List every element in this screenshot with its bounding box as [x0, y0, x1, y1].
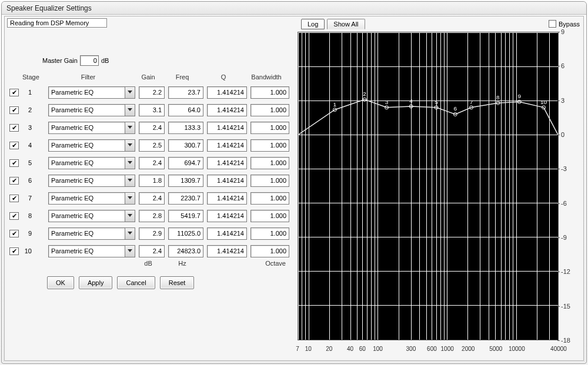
stage-number: 10 [22, 247, 32, 255]
stage-enable-checkbox[interactable]: ✔ [9, 89, 19, 96]
stage-row: ✔2Parametric EQ [7, 101, 290, 119]
eq-plot[interactable]: 12345678910 [298, 32, 559, 340]
gain-input[interactable] [139, 86, 165, 99]
stage-enable-checkbox[interactable]: ✔ [9, 212, 19, 220]
bandwidth-input[interactable] [250, 104, 289, 116]
reset-button[interactable]: Reset [160, 276, 195, 289]
stage-row: ✔9Parametric EQ [7, 225, 290, 242]
plot-toolbar: Log Show All Bypass [295, 16, 583, 29]
q-input[interactable] [207, 210, 247, 222]
bandwidth-input[interactable] [250, 122, 289, 134]
filter-value: Parametric EQ [49, 142, 125, 149]
svg-marker-1 [128, 108, 132, 111]
filter-select[interactable]: Parametric EQ [48, 86, 135, 99]
filter-value: Parametric EQ [49, 177, 125, 184]
stage-enable-checkbox[interactable]: ✔ [9, 159, 19, 167]
stage-enable-checkbox[interactable]: ✔ [9, 142, 19, 149]
tab-log[interactable]: Log [301, 19, 325, 29]
freq-input[interactable] [168, 192, 203, 205]
bandwidth-input[interactable] [250, 210, 289, 222]
gain-input[interactable] [139, 175, 165, 187]
filter-select[interactable]: Parametric EQ [48, 245, 135, 257]
bandwidth-input[interactable] [250, 157, 289, 169]
bandwidth-input[interactable] [250, 86, 289, 99]
stage-number: 4 [22, 142, 32, 149]
filter-select[interactable]: Parametric EQ [48, 139, 135, 152]
stage-enable-checkbox[interactable]: ✔ [9, 106, 19, 114]
q-input[interactable] [207, 104, 247, 116]
freq-input[interactable] [168, 157, 203, 169]
gain-input[interactable] [139, 227, 165, 240]
bandwidth-input[interactable] [250, 227, 289, 240]
filter-select[interactable]: Parametric EQ [48, 192, 135, 205]
cancel-button[interactable]: Cancel [117, 276, 155, 289]
x-tick-label: 2000 [462, 346, 475, 352]
unit-bw: Octave [247, 260, 286, 270]
filter-value: Parametric EQ [49, 124, 125, 131]
svg-marker-7 [128, 214, 132, 217]
freq-input[interactable] [168, 139, 203, 152]
filter-value: Parametric EQ [49, 247, 125, 255]
filter-value: Parametric EQ [49, 159, 125, 166]
freq-input[interactable] [168, 122, 203, 134]
freq-input[interactable] [168, 227, 203, 240]
freq-input[interactable] [168, 210, 203, 222]
filter-select[interactable]: Parametric EQ [48, 104, 135, 116]
freq-input[interactable] [168, 175, 203, 187]
y-tick-label: 3 [561, 97, 564, 104]
gain-input[interactable] [139, 192, 165, 205]
svg-text:10: 10 [540, 99, 547, 105]
freq-input[interactable] [168, 245, 203, 257]
q-input[interactable] [207, 122, 247, 134]
gain-input[interactable] [139, 122, 165, 134]
freq-input[interactable] [168, 86, 203, 99]
filter-select[interactable]: Parametric EQ [48, 227, 135, 240]
q-input[interactable] [207, 175, 247, 187]
bypass-checkbox[interactable] [549, 20, 556, 28]
q-input[interactable] [207, 192, 247, 205]
q-input[interactable] [207, 139, 247, 152]
tab-show-all[interactable]: Show All [327, 19, 365, 29]
bandwidth-input[interactable] [250, 192, 289, 205]
filter-select[interactable]: Parametric EQ [48, 157, 135, 169]
master-gain-input[interactable] [80, 55, 99, 66]
stage-enable-checkbox[interactable]: ✔ [9, 230, 19, 237]
gain-input[interactable] [139, 245, 165, 257]
chevron-down-icon [125, 246, 135, 257]
stage-enable-checkbox[interactable]: ✔ [9, 195, 19, 202]
chevron-down-icon [125, 175, 135, 186]
status-text: Reading from DSP Memory [7, 18, 107, 28]
bandwidth-input[interactable] [250, 175, 289, 187]
stage-row: ✔4Parametric EQ [7, 136, 290, 154]
svg-marker-2 [128, 126, 132, 129]
gain-input[interactable] [139, 139, 165, 152]
stage-enable-checkbox[interactable]: ✔ [9, 247, 19, 255]
stage-number: 1 [22, 89, 32, 96]
freq-input[interactable] [168, 104, 203, 116]
q-input[interactable] [207, 86, 247, 99]
apply-button[interactable]: Apply [79, 276, 113, 289]
filter-value: Parametric EQ [49, 89, 125, 96]
stage-enable-checkbox[interactable]: ✔ [9, 124, 19, 132]
q-input[interactable] [207, 157, 247, 169]
bandwidth-input[interactable] [250, 245, 289, 257]
units-row: dB Hz Octave [7, 260, 290, 270]
filter-select[interactable]: Parametric EQ [48, 210, 135, 222]
filter-select[interactable]: Parametric EQ [48, 122, 135, 134]
q-input[interactable] [207, 227, 247, 240]
filter-value: Parametric EQ [49, 195, 125, 202]
chevron-down-icon [125, 105, 135, 116]
stage-enable-checkbox[interactable]: ✔ [9, 177, 19, 185]
x-tick-label: 60 [359, 346, 366, 352]
x-tick-label: 300 [406, 346, 416, 352]
filter-select[interactable]: Parametric EQ [48, 175, 135, 187]
master-gain-unit: dB [101, 57, 109, 64]
gain-input[interactable] [139, 210, 165, 222]
gain-input[interactable] [139, 157, 165, 169]
filter-value: Parametric EQ [49, 212, 125, 219]
ok-button[interactable]: OK [47, 276, 74, 289]
bandwidth-input[interactable] [250, 139, 289, 152]
q-input[interactable] [207, 245, 247, 257]
gain-input[interactable] [139, 104, 165, 116]
stage-number: 6 [22, 177, 32, 184]
